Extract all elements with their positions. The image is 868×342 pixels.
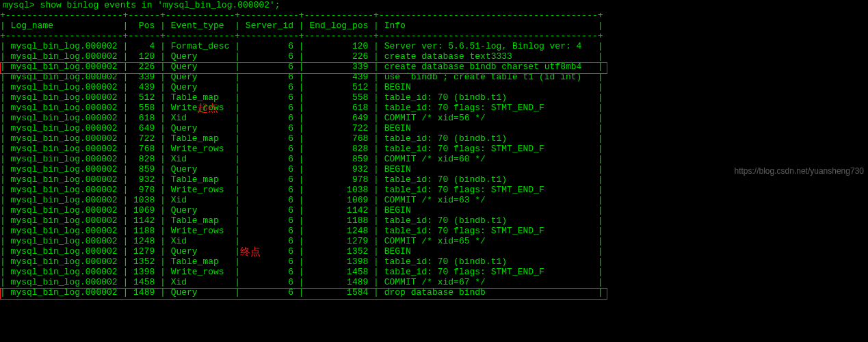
table-row: | mysql_bin_log.000002 | 828 | Xid | 6 |… — [0, 154, 603, 164]
table-row: | mysql_bin_log.000002 | 1069 | Query | … — [0, 205, 603, 215]
terminal-output[interactable]: mysql> show binlog events in 'mysql_bin_… — [0, 0, 868, 298]
table-row: | mysql_bin_log.000002 | 339 | Query | 6… — [0, 72, 603, 82]
watermark-text: https://blog.csdn.net/yuansheng730 — [735, 166, 864, 176]
annotation-arrows — [0, 298, 868, 342]
table-row: | mysql_bin_log.000002 | 120 | Query | 6… — [0, 51, 603, 62]
table-row: | mysql_bin_log.000002 | 649 | Query | 6… — [0, 123, 603, 133]
table-row: | mysql_bin_log.000002 | 722 | Table_map… — [0, 133, 603, 144]
table-row: | mysql_bin_log.000002 | 226 | Query | 6… — [0, 62, 603, 72]
table-row: | mysql_bin_log.000002 | 1458 | Xid | 6 … — [0, 277, 603, 287]
table-row: | mysql_bin_log.000002 | 768 | Write_row… — [0, 144, 603, 154]
table-row: | mysql_bin_log.000002 | 1038 | Xid | 6 … — [0, 195, 603, 205]
table-row: | mysql_bin_log.000002 | 618 | Xid | 6 |… — [0, 113, 603, 123]
table-separator: +----------------------+------+---------… — [0, 31, 603, 41]
table-row: | mysql_bin_log.000002 | 1188 | Write_ro… — [0, 226, 603, 236]
table-row: | mysql_bin_log.000002 | 1352 | Table_ma… — [0, 256, 603, 267]
table-row: | mysql_bin_log.000002 | 1398 | Write_ro… — [0, 267, 603, 277]
table-row: | mysql_bin_log.000002 | 978 | Write_row… — [0, 185, 603, 195]
table-header-row: | Log_name | Pos | Event_type | Server_i… — [0, 21, 603, 31]
table-row: | mysql_bin_log.000002 | 1248 | Xid | 6 … — [0, 236, 603, 246]
table-row: | mysql_bin_log.000002 | 558 | Write_row… — [0, 103, 603, 113]
mysql-prompt: mysql> — [3, 0, 40, 10]
table-row: | mysql_bin_log.000002 | 1489 | Query | … — [0, 287, 603, 298]
table-row: | mysql_bin_log.000002 | 1279 | Query | … — [0, 246, 603, 256]
table-row: | mysql_bin_log.000002 | 4 | Format_desc… — [0, 41, 603, 51]
command-text: show binlog events in 'mysql_bin_log.000… — [40, 0, 280, 10]
table-row: | mysql_bin_log.000002 | 1142 | Table_ma… — [0, 215, 603, 226]
table-separator: +----------------------+------+---------… — [0, 10, 603, 21]
table-row: | mysql_bin_log.000002 | 859 | Query | 6… — [0, 164, 603, 174]
table-row: | mysql_bin_log.000002 | 932 | Table_map… — [0, 174, 603, 185]
table-row: | mysql_bin_log.000002 | 439 | Query | 6… — [0, 82, 603, 92]
table-row: | mysql_bin_log.000002 | 512 | Table_map… — [0, 92, 603, 103]
